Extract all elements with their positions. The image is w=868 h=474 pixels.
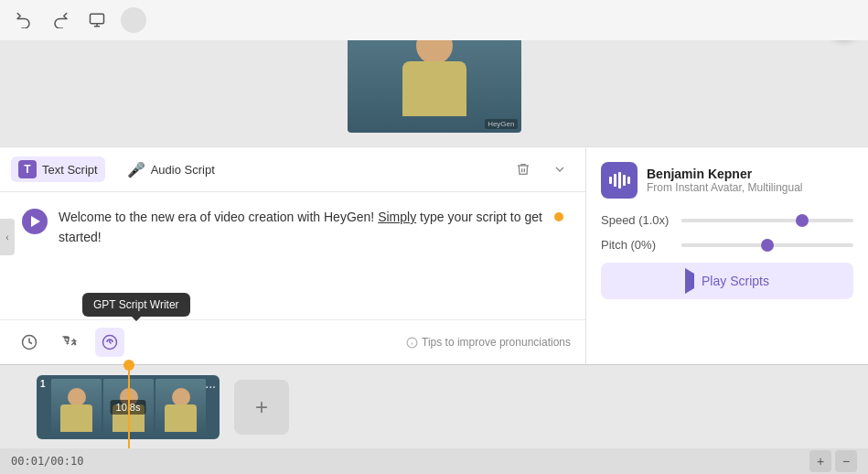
tab-actions <box>509 155 574 184</box>
speed-control-row: Speed (1.0x) <box>601 213 853 227</box>
clip-person-head-1 <box>68 388 86 406</box>
tab-text-script[interactable]: T Text Script <box>11 156 105 182</box>
waveform-icon <box>609 172 630 189</box>
speed-slider-track <box>681 219 853 222</box>
monitor-button[interactable] <box>84 7 110 33</box>
play-scripts-label: Play Scripts <box>702 274 769 288</box>
clip-person-body-1 <box>60 404 92 432</box>
play-scripts-icon <box>685 274 694 288</box>
person-body <box>402 61 466 116</box>
time-display: 00:01/00:10 <box>11 455 83 468</box>
tips-label: Tips to improve pronunciations <box>422 336 571 349</box>
tab-audio-script[interactable]: 🎤 Audio Script <box>120 157 222 182</box>
translate-button[interactable] <box>55 328 84 357</box>
svg-rect-0 <box>91 14 104 24</box>
pitch-control-row: Pitch (0%) <box>601 238 853 252</box>
info-icon <box>406 337 418 349</box>
speed-slider-thumb[interactable] <box>796 214 809 227</box>
avatar-subtitle: From Instant Avatar, Multilingual <box>647 181 803 194</box>
gpt-tooltip-text: GPT Script Writer <box>93 298 179 311</box>
pitch-slider-thumb[interactable] <box>761 239 774 252</box>
text-script-label: Text Script <box>42 163 98 177</box>
timeline-zoom-controls: + − <box>809 450 857 472</box>
clip-menu-button[interactable]: ··· <box>205 379 216 393</box>
video-watermark: HeyGen <box>485 119 517 129</box>
script-tabs: T Text Script 🎤 Audio Script <box>0 147 585 192</box>
redo-button[interactable] <box>48 7 73 33</box>
clip-person-body-3 <box>165 404 197 432</box>
delete-script-button[interactable] <box>509 155 538 184</box>
script-text[interactable]: Welcome to the new era of video creation… <box>59 207 543 248</box>
avatar-thumb-button[interactable] <box>121 7 146 33</box>
speed-label: Speed (1.0x) <box>601 213 674 227</box>
script-word-simply: Simply <box>378 210 416 224</box>
history-button[interactable] <box>15 328 44 357</box>
clip-frame-3 <box>155 379 206 436</box>
play-scripts-button[interactable]: Play Scripts <box>601 263 853 299</box>
audio-script-label: Audio Script <box>151 163 215 177</box>
timeline-playhead <box>128 365 130 448</box>
timeline: 1 10.8s ··· + 00:01/0 <box>0 364 868 474</box>
tips-text: Tips to improve pronunciations <box>406 336 571 349</box>
add-scene-icon: + <box>255 394 268 420</box>
clip-number: 1 <box>40 379 46 389</box>
text-script-icon: T <box>18 160 37 178</box>
script-bottom-bar: Tips to improve pronunciations <box>0 319 585 364</box>
avatar-header: Benjamin Kepner From Instant Avatar, Mul… <box>601 162 853 199</box>
add-scene-button[interactable]: + <box>234 380 289 435</box>
timeline-content: 1 10.8s ··· + <box>0 365 868 448</box>
avatar-name: Benjamin Kepner <box>647 167 803 181</box>
avatar-panel: Benjamin Kepner From Instant Avatar, Mul… <box>585 146 868 364</box>
timeline-playhead-head <box>123 360 134 371</box>
zoom-out-button[interactable]: − <box>835 450 857 472</box>
zoom-in-button[interactable]: + <box>809 450 831 472</box>
undo-button[interactable] <box>11 7 37 33</box>
collapse-tab-button[interactable] <box>545 155 574 184</box>
script-indicator-dot <box>554 212 563 221</box>
avatar-info: Benjamin Kepner From Instant Avatar, Mul… <box>647 167 803 194</box>
clip-frame-1 <box>51 379 102 436</box>
play-script-button[interactable] <box>22 209 48 234</box>
avatar-icon <box>601 162 638 199</box>
pitch-slider-track <box>681 243 853 247</box>
timeline-bottom-bar: 00:01/00:10 + − <box>0 448 868 474</box>
pitch-label: Pitch (0%) <box>601 238 674 252</box>
clip-person-head-3 <box>172 388 190 406</box>
toolbar <box>0 0 868 40</box>
mic-icon: 🎤 <box>127 161 145 178</box>
gpt-button[interactable] <box>95 328 124 357</box>
panel-collapse-button[interactable]: ‹ <box>0 219 15 255</box>
script-panel: T Text Script 🎤 Audio Script <box>0 146 585 364</box>
gpt-tooltip: GPT Script Writer <box>82 293 190 317</box>
